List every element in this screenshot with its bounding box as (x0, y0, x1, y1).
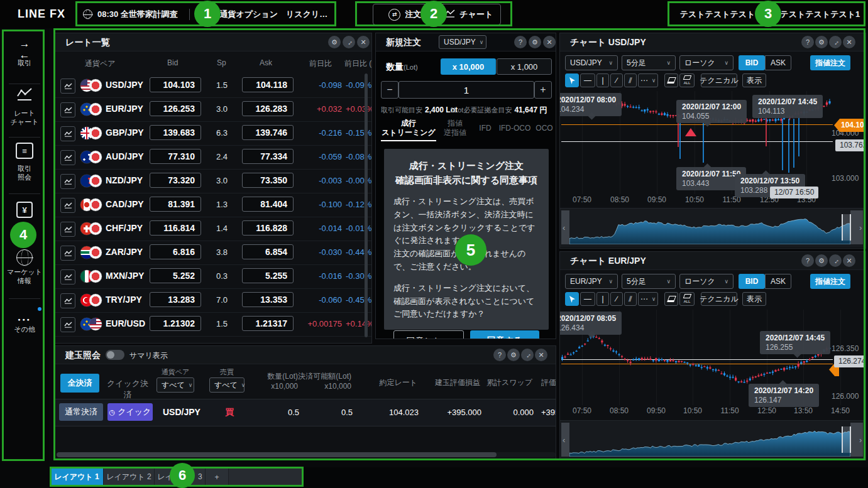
technical-button[interactable]: テクニカル (701, 292, 737, 306)
sidebar-item-history[interactable]: ≡ (0, 143, 49, 161)
parallel-lines-tool-icon[interactable]: ⫽ (624, 73, 637, 87)
navigator-right-arrow[interactable]: › (859, 435, 862, 445)
navigator-left-arrow[interactable]: ‹ (563, 435, 565, 445)
vertical-line-tool-icon[interactable]: | (596, 292, 609, 306)
normal-close-button[interactable]: 通常決済 (59, 403, 103, 421)
ask-price-button[interactable]: 5.255 (242, 268, 294, 283)
sidebar-item-market-info[interactable] (0, 249, 49, 268)
navigator-right-arrow[interactable]: › (859, 223, 862, 232)
navigator-left-arrow[interactable]: ‹ (563, 223, 565, 232)
ask-price-button[interactable]: 116.828 (242, 220, 294, 236)
gear-icon[interactable]: ⚙ (815, 36, 828, 48)
limit-order-button[interactable]: 指値注文 (810, 55, 850, 70)
bid-price-button[interactable]: 126.253 (150, 101, 201, 116)
order-tab-1[interactable]: 成行ストリーミング (381, 119, 436, 138)
order-tab-5[interactable]: OCO (534, 124, 554, 133)
bid-price-button[interactable]: 5.252 (150, 268, 201, 283)
technical-button[interactable]: テクニカル (701, 73, 737, 87)
timeframe-select[interactable]: 5分足∨ (622, 274, 676, 289)
bid-toggle[interactable]: BID (739, 274, 765, 289)
vertical-line-tool-icon[interactable]: | (596, 73, 609, 87)
bid-toggle[interactable]: BID (739, 55, 765, 70)
ask-price-button[interactable]: 77.334 (242, 149, 294, 164)
quick-close-row-button[interactable]: ◷ クイック (107, 403, 153, 421)
gear-icon[interactable]: ⚙ (328, 36, 341, 48)
ask-price-button[interactable]: 73.350 (242, 173, 294, 188)
ask-price-button[interactable]: 139.746 (242, 125, 294, 140)
layout-tab-3[interactable]: レイアウト 3 (155, 467, 206, 487)
open-chart-button[interactable] (60, 293, 75, 308)
open-chart-button[interactable] (60, 126, 75, 141)
unit-1000-button[interactable]: x 1,000 (497, 58, 552, 75)
bid-price-button[interactable]: 1.21302 (150, 316, 201, 331)
sidebar-item-rate-chart[interactable] (0, 87, 49, 106)
bid-price-button[interactable]: 6.816 (150, 244, 201, 259)
order-tab-3[interactable]: IFD (475, 124, 495, 133)
help-icon[interactable]: ? (493, 349, 506, 361)
chart-type-select[interactable]: ローソク∨ (679, 274, 733, 289)
bid-price-button[interactable]: 116.814 (150, 220, 201, 236)
close-icon[interactable]: ✕ (543, 36, 556, 48)
bid-price-button[interactable]: 104.103 (150, 77, 201, 92)
limit-order-button[interactable]: 指値注文 (810, 274, 850, 289)
expand-icon[interactable]: ↔ (343, 36, 355, 48)
order-pair-select[interactable]: USD/JPY∨ (439, 35, 486, 49)
display-button[interactable]: 表示 (742, 73, 766, 87)
more-tools-icon[interactable]: ⋯∨ (638, 73, 658, 87)
expand-icon[interactable]: ↔ (829, 254, 842, 267)
open-chart-button[interactable] (60, 174, 75, 189)
chart-type-select[interactable]: ローソク∨ (679, 55, 733, 70)
open-chart-button[interactable] (60, 79, 75, 94)
quantity-minus-button[interactable]: − (381, 81, 398, 99)
bid-price-button[interactable]: 81.391 (150, 197, 201, 212)
unit-10000-button[interactable]: x 10,000 (441, 58, 496, 75)
add-layout-tab[interactable]: + (206, 467, 229, 487)
eraser-icon[interactable] (664, 73, 678, 87)
chart-button[interactable]: チャート (437, 4, 501, 24)
more-tools-icon[interactable]: ⋯∨ (638, 292, 658, 306)
decline-button[interactable]: 同意しない (393, 330, 464, 339)
open-chart-button[interactable] (60, 317, 75, 332)
eraser-all-icon[interactable]: ALL (679, 73, 695, 87)
open-chart-button[interactable] (60, 198, 75, 213)
bid-price-button[interactable]: 73.320 (150, 173, 201, 188)
accept-button[interactable]: 同意する (470, 330, 539, 339)
close-icon[interactable]: ✕ (843, 254, 855, 267)
open-chart-button[interactable] (60, 102, 75, 117)
navigator-handle[interactable] (842, 426, 851, 453)
ask-price-button[interactable]: 6.854 (242, 244, 294, 259)
ask-price-button[interactable]: 13.353 (242, 292, 294, 307)
layout-tab-1[interactable]: レイアウト 1 (50, 467, 104, 487)
order-button[interactable]: ⇄ 注文 (373, 4, 437, 24)
bid-price-button[interactable]: 139.683 (150, 125, 201, 140)
trendline-tool-icon[interactable]: ∕ (610, 292, 623, 306)
pair-filter-select[interactable]: すべて∨ (157, 377, 194, 393)
expand-icon[interactable]: ↔ (829, 36, 842, 48)
layout-tab-2[interactable]: レイアウト 2 (104, 467, 155, 487)
side-filter-select[interactable]: すべて∨ (209, 377, 244, 393)
expand-icon[interactable]: ↔ (521, 349, 534, 361)
pair-select[interactable]: USD/JPY∨ (565, 55, 618, 70)
horizontal-line-tool-icon[interactable]: — (580, 73, 595, 87)
ask-price-button[interactable]: 126.283 (242, 101, 294, 116)
positions-horizontal-scrollbar[interactable] (57, 452, 556, 457)
close-icon[interactable]: ✕ (357, 36, 370, 48)
open-chart-button[interactable] (60, 269, 75, 285)
bid-price-button[interactable]: 13.283 (150, 292, 201, 307)
quantity-plus-button[interactable]: + (534, 81, 552, 99)
help-icon[interactable]: ? (801, 254, 814, 267)
cursor-tool-icon[interactable] (565, 73, 579, 87)
display-button[interactable]: 表示 (742, 292, 766, 306)
help-icon[interactable]: ? (514, 36, 527, 48)
close-icon[interactable]: ✕ (843, 36, 855, 48)
close-all-button[interactable]: 全決済 (60, 374, 99, 393)
gear-icon[interactable]: ⚙ (529, 36, 541, 48)
ask-toggle[interactable]: ASK (765, 55, 791, 70)
trendline-tool-icon[interactable]: ∕ (610, 73, 623, 87)
ask-price-button[interactable]: 1.21317 (242, 316, 294, 331)
navigator-handle[interactable] (842, 214, 851, 241)
close-icon[interactable]: ✕ (535, 349, 547, 361)
eraser-icon[interactable] (664, 292, 678, 306)
open-chart-button[interactable] (60, 246, 75, 261)
ask-price-button[interactable]: 81.404 (242, 197, 294, 212)
